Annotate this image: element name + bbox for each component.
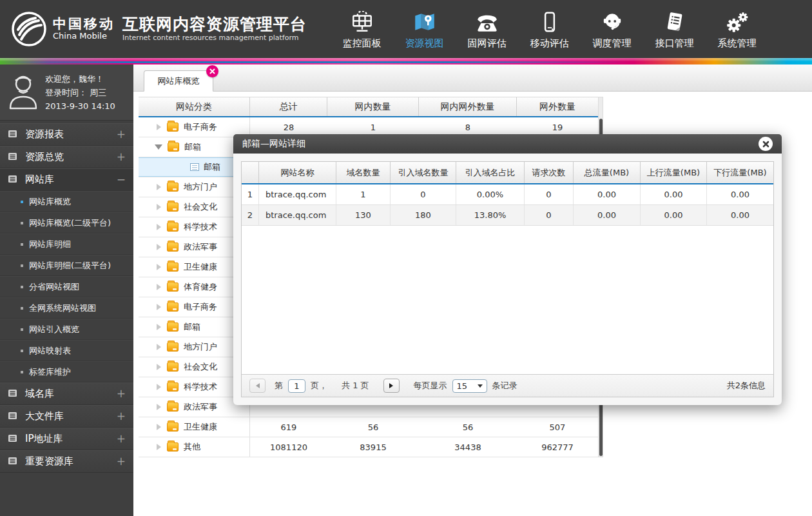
sidebar-item[interactable]: 全网系统网站视图 [0, 297, 133, 319]
sidebar-group[interactable]: 资源报表+ [0, 123, 133, 146]
sidebar-group[interactable]: IP地址库+ [0, 428, 133, 450]
prev-arrow-icon [256, 383, 260, 388]
grid-cell: 0 [525, 184, 574, 204]
grid-empty-area [242, 226, 773, 374]
user-panel: 欢迎您，魏华！ 登录时间： 周三 2013-9-30 14:10 [0, 64, 133, 121]
per-page-suffix-label: 条记录 [492, 380, 517, 392]
grid-row[interactable]: 2btrace.qq.com13018013.80%00.000.000.00 [242, 205, 773, 226]
tree-row[interactable]: 其他10811208391534438962777 [139, 437, 598, 457]
next-arrow-icon [389, 383, 393, 388]
china-mobile-logo-icon [10, 10, 48, 48]
grid-header-row: 网站名称域名数量引入域名数量引入域名占比请求次数总流量(MB)上行流量(MB)下… [242, 162, 773, 184]
expand-toggle-icon: + [117, 388, 126, 399]
expand-arrow-icon[interactable] [157, 204, 161, 210]
sidebar-item[interactable]: 网站映射表 [0, 340, 133, 361]
expand-arrow-icon[interactable] [157, 344, 161, 350]
value-cell: 962777 [517, 437, 598, 457]
sidebar-group[interactable]: 重要资源库+ [0, 450, 133, 473]
grid-column-header[interactable] [242, 162, 259, 183]
column-header[interactable]: 网外数量 [517, 97, 598, 116]
grid-column-header[interactable]: 请求次数 [525, 162, 574, 183]
sidebar-group[interactable]: 资源总览+ [0, 146, 133, 168]
expand-arrow-icon[interactable] [157, 184, 161, 190]
list-icon [8, 174, 17, 186]
per-page-select[interactable]: 15 [452, 379, 487, 393]
dialog-header[interactable]: 邮箱—网站详细 [233, 134, 782, 154]
nav-item-mobile[interactable]: 移动评估 [518, 0, 581, 58]
grid-column-header[interactable]: 下行流量(MB) [707, 162, 773, 183]
nav-item-phone[interactable]: 固网评估 [456, 0, 518, 58]
sidebar-item[interactable]: 标签库维护 [0, 361, 133, 382]
expand-arrow-icon[interactable] [157, 124, 161, 130]
expand-arrow-icon[interactable] [157, 224, 161, 230]
folder-icon [167, 303, 179, 312]
column-header[interactable]: 总计 [250, 97, 327, 116]
folder-icon [167, 283, 179, 292]
nav-item-dashboard[interactable]: 监控面板 [331, 0, 393, 58]
expand-arrow-icon[interactable] [157, 324, 161, 330]
bullet-icon [21, 286, 23, 288]
nav-item-document[interactable]: 接口管理 [643, 0, 706, 58]
bullet-icon [21, 243, 23, 246]
expand-toggle-icon: + [117, 456, 126, 467]
column-header[interactable]: 网内数量 [327, 97, 419, 116]
prev-page-button[interactable] [249, 379, 266, 393]
expand-arrow-icon[interactable] [157, 264, 161, 270]
expand-arrow-icon[interactable] [157, 424, 161, 430]
grid-cell: 0.00 [641, 205, 707, 225]
expand-arrow-icon[interactable] [157, 384, 161, 390]
nav-item-gears[interactable]: 系统管理 [706, 0, 768, 58]
total-records-label: 共2条信息 [727, 380, 766, 392]
welcome-text: 欢迎您，魏华！ [45, 72, 115, 86]
expand-arrow-icon[interactable] [157, 244, 161, 250]
category-label: 体育健身 [184, 281, 217, 293]
sidebar-item[interactable]: 网站库明细 [0, 233, 133, 255]
expand-arrow-icon[interactable] [157, 304, 161, 310]
grid-column-header[interactable]: 引入域名占比 [456, 162, 525, 183]
grid-column-header[interactable]: 引入域名数量 [391, 162, 456, 183]
grid-column-header[interactable]: 总流量(MB) [574, 162, 641, 183]
sidebar-group[interactable]: 域名库+ [0, 382, 133, 405]
value-cell: 56 [327, 417, 419, 437]
sidebar-item[interactable]: 网站库概览 [0, 191, 133, 212]
grid-column-header[interactable]: 上行流量(MB) [641, 162, 707, 183]
nav-item-headset[interactable]: 调度管理 [581, 0, 643, 58]
nav-item-map[interactable]: 资源视图 [393, 0, 456, 58]
expand-arrow-icon[interactable] [157, 364, 161, 370]
grid-row[interactable]: 1btrace.qq.com100.00%00.000.000.00 [242, 184, 773, 205]
next-page-button[interactable] [383, 379, 400, 393]
collapse-arrow-icon[interactable] [155, 144, 162, 150]
sidebar-item[interactable]: 网站引入概览 [0, 319, 133, 340]
page-number-input[interactable]: 1 [288, 379, 305, 393]
sidebar-item[interactable]: 分省网站视图 [0, 276, 133, 297]
expand-arrow-icon[interactable] [157, 444, 161, 450]
sidebar-group[interactable]: 大文件库+ [0, 405, 133, 428]
dialog-close-button[interactable] [759, 137, 773, 151]
page-title: 互联网内容资源管理平台 [122, 15, 307, 34]
category-label: 社会文化 [184, 361, 217, 373]
folder-open-icon [168, 143, 179, 152]
expand-arrow-icon[interactable] [157, 404, 161, 410]
bullet-icon [21, 371, 23, 373]
column-header[interactable]: 网站分类 [139, 97, 250, 116]
category-label: 社会文化 [184, 201, 217, 213]
phone-icon [475, 8, 499, 33]
grid-column-header[interactable]: 域名数量 [336, 162, 391, 183]
expand-arrow-icon[interactable] [157, 284, 161, 290]
tab-close-button[interactable] [206, 65, 218, 77]
sidebar-item[interactable]: 网站库概览(二级平台) [0, 212, 133, 233]
category-label: 地方门户 [184, 341, 217, 353]
column-header[interactable]: 网内网外数量 [419, 97, 517, 116]
platform-title-area: 互联网内容资源管理平台 Internet content resources m… [122, 15, 307, 42]
sidebar-item[interactable]: 网站库明细(二级平台) [0, 255, 133, 276]
bullet-icon [21, 328, 23, 331]
brand-text: 中国移动 China Mobile [53, 17, 115, 41]
grid-cell: 1 [242, 184, 259, 204]
headset-icon [600, 8, 624, 33]
per-page-value: 15 [457, 381, 468, 391]
grid-column-header[interactable]: 网站名称 [259, 162, 336, 183]
tree-row[interactable]: 卫生健康6195656507 [139, 417, 598, 437]
tab-website-overview[interactable]: 网站库概览 [144, 70, 213, 92]
list-icon [8, 456, 17, 468]
sidebar-group[interactable]: 网站库− [0, 168, 133, 191]
